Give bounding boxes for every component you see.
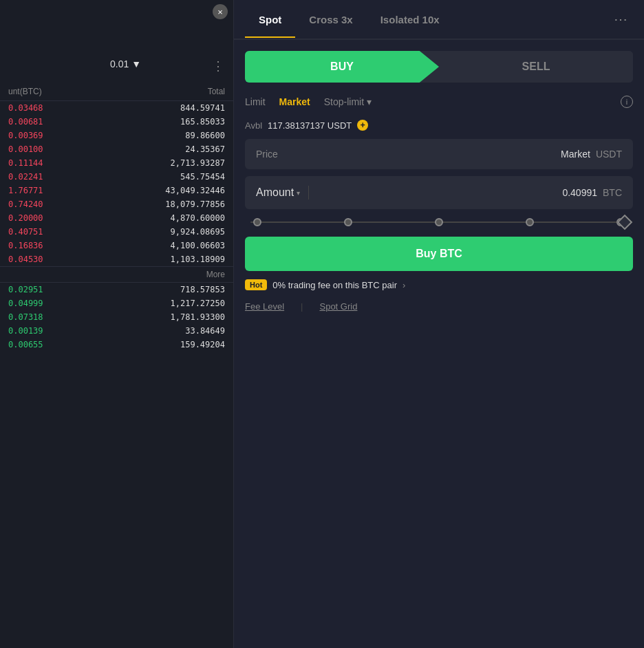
- order-book-header: unt(BTC) Total: [0, 83, 233, 101]
- slider-dot-25: [344, 218, 352, 226]
- table-row: 0.16836 4,100.06603: [0, 239, 233, 252]
- total-col-header: Total: [208, 87, 225, 96]
- footer-separator: |: [301, 301, 303, 312]
- amount-dropdown[interactable]: Amount ▾: [256, 186, 300, 199]
- order-book-panel: × 0.01 ▼ ⋮ unt(BTC) Total 0.03468 844.59…: [0, 0, 234, 648]
- price-label: Price: [256, 149, 278, 160]
- table-row: 0.20000 4,870.60000: [0, 211, 233, 225]
- table-row: 0.40751 9,924.08695: [0, 225, 233, 239]
- table-row: 0.02241 545.75454: [0, 170, 233, 184]
- table-row: 0.00100 24.35367: [0, 142, 233, 156]
- stop-limit-chevron-icon: ▾: [367, 96, 372, 107]
- trade-form: BUY SELL Limit Market Stop-limit ▾ i Avb…: [234, 40, 644, 648]
- tab-spot[interactable]: Spot: [245, 3, 295, 38]
- table-row: 0.00369 89.86600: [0, 129, 233, 142]
- tab-isolated-10x[interactable]: Isolated 10x: [367, 3, 453, 38]
- sell-button[interactable]: SELL: [439, 51, 633, 83]
- table-row: 0.03468 844.59741: [0, 101, 233, 115]
- table-row: 0.00655 159.49204: [0, 338, 233, 352]
- amount-label: Amount: [256, 186, 294, 199]
- tab-cross-3x[interactable]: Cross 3x: [295, 3, 366, 38]
- amount-value: 0.40991: [562, 187, 597, 198]
- add-funds-button[interactable]: +: [357, 120, 368, 131]
- tab-market[interactable]: Market: [279, 94, 310, 110]
- amount-col-header: unt(BTC): [8, 87, 42, 96]
- slider-thumb[interactable]: [617, 215, 633, 230]
- sell-orders-list: 0.03468 844.59741 0.00681 165.85033 0.00…: [0, 101, 233, 266]
- buy-orders-list: 0.02951 718.57853 0.04999 1,217.27250 0.…: [0, 283, 233, 352]
- field-divider: [308, 186, 309, 199]
- stop-limit-label: Stop-limit: [324, 96, 364, 107]
- hot-arrow-icon: ›: [402, 280, 405, 290]
- table-row: 0.11144 2,713.93287: [0, 156, 233, 170]
- options-menu-button[interactable]: ⋮: [212, 58, 225, 74]
- buy-sell-toggle: BUY SELL: [245, 51, 633, 83]
- footer-links: Fee Level | Spot Grid: [245, 301, 633, 312]
- slider-track: [250, 222, 627, 223]
- trading-panel: Spot Cross 3x Isolated 10x ⋯ BUY SELL Li…: [234, 0, 644, 648]
- amount-chevron-icon: ▾: [297, 189, 300, 197]
- hot-promotion: Hot 0% trading fee on this BTC pair ›: [245, 279, 633, 290]
- price-value: Market: [561, 149, 590, 160]
- avbl-label: Avbl: [245, 120, 262, 131]
- decimal-selector[interactable]: 0.01 ▼: [110, 58, 141, 69]
- tab-limit[interactable]: Limit: [245, 94, 266, 110]
- trading-mode-tabs: Spot Cross 3x Isolated 10x ⋯: [234, 0, 644, 40]
- price-currency: USDT: [596, 149, 622, 160]
- available-balance: Avbl 117.38137137 USDT +: [245, 120, 633, 131]
- table-row: 0.00681 165.85033: [0, 115, 233, 129]
- tab-stop-limit[interactable]: Stop-limit ▾: [324, 96, 372, 107]
- hot-text: 0% trading fee on this BTC pair: [272, 280, 397, 290]
- more-label: More: [0, 266, 233, 283]
- slider-dot-0: [253, 218, 261, 226]
- slider-dot-75: [526, 218, 534, 226]
- info-icon[interactable]: i: [621, 96, 633, 108]
- price-input-field[interactable]: Price Market USDT: [245, 139, 633, 169]
- fee-level-link[interactable]: Fee Level: [245, 301, 284, 312]
- amount-input-field[interactable]: Amount ▾ 0.40991 BTC: [245, 176, 633, 209]
- buy-btc-button[interactable]: Buy BTC: [245, 237, 633, 271]
- table-row: 0.07318 1,781.93300: [0, 310, 233, 324]
- buy-button[interactable]: BUY: [245, 51, 439, 83]
- table-row: 0.04530 1,103.18909: [0, 252, 233, 266]
- chevron-down-icon: ▼: [131, 58, 141, 69]
- amount-slider[interactable]: [245, 216, 633, 237]
- table-row: 0.74240 18,079.77856: [0, 197, 233, 211]
- slider-dot-50: [435, 218, 443, 226]
- table-row: 0.04999 1,217.27250: [0, 296, 233, 310]
- table-row: 0.02951 718.57853: [0, 283, 233, 296]
- tabs-more-button[interactable]: ⋯: [608, 0, 633, 39]
- hot-badge: Hot: [245, 279, 267, 290]
- table-row: 0.00139 33.84649: [0, 324, 233, 338]
- decimal-value: 0.01: [110, 58, 129, 69]
- amount-currency: BTC: [603, 187, 622, 198]
- slider-dots: [253, 218, 625, 226]
- spot-grid-link[interactable]: Spot Grid: [319, 301, 357, 312]
- table-row: 1.76771 43,049.32446: [0, 184, 233, 197]
- order-type-tabs: Limit Market Stop-limit ▾ i: [245, 94, 633, 110]
- avbl-value: 117.38137137 USDT: [268, 120, 352, 131]
